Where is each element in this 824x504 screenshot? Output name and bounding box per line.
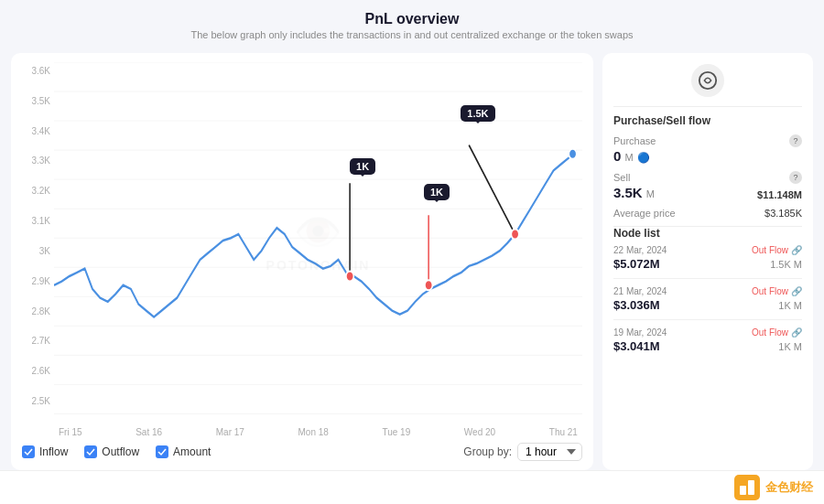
- node-amount-row-3: $3.041M 1K M: [613, 339, 802, 353]
- right-panel: Purchase/Sell flow Purchase ? 0 M 🔵 Sell…: [602, 53, 813, 470]
- node-date-2: 21 Mar, 2024: [613, 286, 667, 296]
- purchase-label: Purchase ?: [613, 134, 802, 147]
- sell-usd: $11.148M: [757, 189, 802, 200]
- svg-rect-22: [748, 480, 754, 495]
- outflow-checkbox[interactable]: [84, 445, 97, 458]
- svg-point-17: [425, 280, 432, 290]
- group-by-select[interactable]: 1 hour 4 hours 1 day: [517, 443, 582, 461]
- bottom-bar: 金色财经: [0, 470, 824, 504]
- legend-outflow[interactable]: Outflow: [84, 445, 139, 458]
- node-header-2: 21 Mar, 2024 Out Flow 🔗: [613, 286, 802, 296]
- node-item-1: 22 Mar, 2024 Out Flow 🔗 $5.072M 1.5K M: [613, 245, 802, 279]
- node-qty-2: 1K M: [778, 300, 802, 311]
- page-subtitle: The below graph only includes the transa…: [0, 29, 824, 40]
- node-date-1: 22 Mar, 2024: [613, 245, 667, 255]
- group-by-section: Group by: 1 hour 4 hours 1 day: [463, 443, 582, 461]
- outflow-label: Outflow: [102, 445, 139, 458]
- avg-price-row: Average price $3.185K: [613, 208, 802, 227]
- page-title: PnL overview: [0, 11, 824, 27]
- purchase-info-icon[interactable]: ?: [789, 134, 802, 147]
- chart-footer: Inflow Outflow Amount Group by: 1 hour 4…: [22, 437, 582, 465]
- node-flow-2: Out Flow 🔗: [752, 286, 802, 296]
- inflow-label: Inflow: [39, 445, 68, 458]
- sell-qty: 3.5K M: [613, 185, 655, 200]
- sell-info-icon[interactable]: ?: [789, 171, 802, 184]
- node-header-1: 22 Mar, 2024 Out Flow 🔗: [613, 245, 802, 255]
- chart-inner: 👁️ POTONCHAIN 1K 1K 1.5K: [54, 62, 582, 419]
- node-item-2: 21 Mar, 2024 Out Flow 🔗 $3.036M 1K M: [613, 286, 802, 320]
- svg-point-16: [346, 271, 353, 281]
- svg-point-18: [511, 229, 518, 239]
- x-axis: Fri 15 Sat 16 Mar 17 Mon 18 Tue 19 Wed 2…: [54, 427, 582, 437]
- group-by-label: Group by:: [463, 445, 512, 458]
- node-amount-3: $3.041M: [613, 339, 660, 353]
- legend-inflow[interactable]: Inflow: [22, 445, 68, 458]
- node-amount-row-1: $5.072M 1.5K M: [613, 257, 802, 271]
- inflow-checkbox[interactable]: [22, 445, 35, 458]
- purchase-value: 0 M 🔵: [613, 148, 802, 164]
- node-qty-1: 1.5K M: [770, 259, 802, 270]
- node-qty-3: 1K M: [778, 341, 802, 352]
- panel-logo: [613, 64, 802, 97]
- node-item-3: 19 Mar, 2024 Out Flow 🔗 $3.041M 1K M: [613, 327, 802, 360]
- page-header: PnL overview The below graph only includ…: [0, 0, 824, 44]
- brand-icon: [734, 475, 760, 500]
- panel-card: Purchase/Sell flow Purchase ? 0 M 🔵 Sell…: [602, 53, 813, 470]
- chart-area: 3.6K 3.5K 3.4K 3.3K 3.2K 3.1K 3K 2.9K 2.…: [11, 53, 593, 470]
- svg-rect-21: [740, 486, 746, 495]
- node-list-title: Node list: [613, 227, 802, 240]
- chart-wrapper: 3.6K 3.5K 3.4K 3.3K 3.2K 3.1K 3K 2.9K 2.…: [22, 62, 582, 437]
- brand-name: 金色财经: [765, 479, 813, 496]
- legend-amount[interactable]: Amount: [156, 445, 211, 458]
- avg-price-value: $3.185K: [764, 208, 802, 219]
- brand-logo: 金色财经: [734, 475, 813, 500]
- purchase-row: Purchase ? 0 M 🔵: [613, 134, 802, 164]
- svg-point-19: [569, 149, 576, 159]
- sell-values: 3.5K M $11.148M: [613, 184, 802, 200]
- node-amount-2: $3.036M: [613, 298, 660, 312]
- node-amount-row-2: $3.036M 1K M: [613, 298, 802, 312]
- token-logo: [691, 64, 724, 97]
- price-chart-svg: [54, 62, 582, 419]
- node-flow-1: Out Flow 🔗: [752, 245, 802, 255]
- sell-row: Sell ? 3.5K M $11.148M: [613, 171, 802, 200]
- svg-point-20: [699, 72, 716, 89]
- svg-line-15: [469, 145, 515, 235]
- node-flow-3: Out Flow 🔗: [752, 327, 802, 338]
- sell-label: Sell ?: [613, 171, 802, 184]
- avg-price-label: Average price: [613, 208, 676, 219]
- amount-checkbox[interactable]: [156, 445, 168, 458]
- amount-label: Amount: [173, 445, 211, 458]
- y-axis: 3.6K 3.5K 3.4K 3.3K 3.2K 3.1K 3K 2.9K 2.…: [22, 62, 54, 410]
- node-header-3: 19 Mar, 2024 Out Flow 🔗: [613, 327, 802, 338]
- node-amount-1: $5.072M: [613, 257, 660, 271]
- node-date-3: 19 Mar, 2024: [613, 327, 667, 338]
- purchase-sell-title: Purchase/Sell flow: [613, 106, 802, 127]
